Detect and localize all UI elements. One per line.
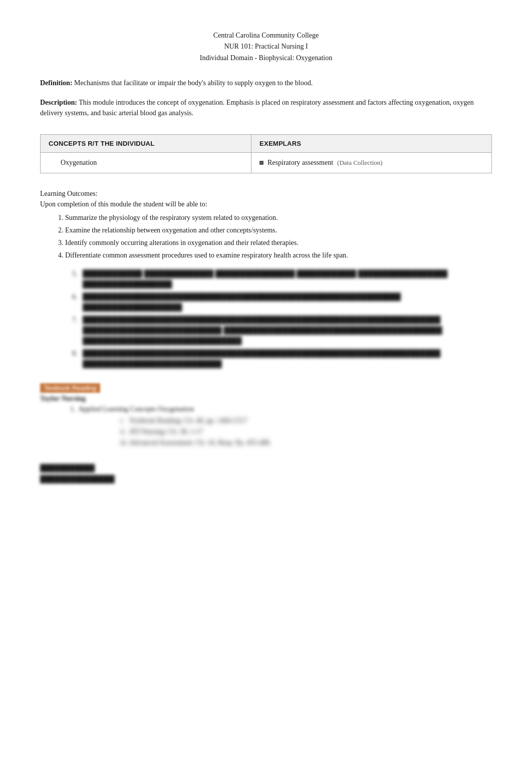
textbook-reading-label: Taylor Nursing [40, 395, 86, 402]
textbook-content: 1. Applied Learning Concepts Oxygenation… [40, 404, 492, 449]
exemplar-sub: (Data Collection) [337, 159, 383, 167]
header-line3: Individual Domain - Biophysical: Oxygena… [40, 53, 492, 64]
exemplar-cell: Respiratory assessment (Data Collection) [251, 153, 492, 173]
concepts-table: CONCEPTS R/T THE INDIVIDUAL EXEMPLARS Ox… [40, 134, 492, 173]
description-section: Description: This module introduces the … [40, 97, 492, 118]
learning-heading: Learning Outcomes: [40, 188, 492, 199]
blurred-item-5: 5. ████████████ ██████████████ █████████… [40, 269, 492, 290]
definition-label: Definition: [40, 79, 73, 87]
description-label: Description: [40, 99, 77, 106]
page-header: Central Carolina Community College NUR 1… [40, 30, 492, 64]
textbook-label: Textbook Reading [40, 383, 100, 393]
blurred-item-8: 8. █████████████████████████████████████… [40, 348, 492, 369]
textbook-sub1b: ii. ATI Nursing: Ch. 38, 1-17 [70, 426, 492, 437]
concept-oxygenation: Oxygenation [41, 153, 251, 173]
bottom-blurred-section: ███████████ ███████████████ [40, 463, 492, 485]
col1-header: CONCEPTS R/T THE INDIVIDUAL [41, 135, 251, 153]
exemplar-main: Respiratory assessment [268, 159, 333, 167]
list-item: Differentiate common assessment procedur… [65, 250, 492, 260]
bottom-line2: ███████████████ [40, 474, 492, 485]
bottom-line1: ███████████ [40, 463, 492, 474]
definition-content: Mechanisms that facilitate or impair the… [73, 79, 313, 87]
col2-header: EXEMPLARS [251, 135, 492, 153]
definition-section: Definition: Mechanisms that facilitate o… [40, 78, 492, 88]
textbook-sub1a: i. Textbook Reading: Ch. 40, pp. 1464-15… [70, 415, 492, 426]
bullet-icon [259, 161, 263, 165]
header-line1: Central Carolina Community College [40, 30, 492, 41]
textbook-section: Textbook Reading Taylor Nursing 1. Appli… [40, 383, 492, 449]
textbook-item1: 1. Applied Learning Concepts Oxygenation [70, 404, 492, 415]
learning-upon: Upon completion of this module the stude… [40, 199, 492, 209]
textbook-sub1c: iii. Advanced Assessment: Ch. 16, Resp. … [70, 437, 492, 448]
description-content: This module introduces the concept of ox… [40, 99, 474, 117]
definition-text: Definition: Mechanisms that facilitate o… [40, 78, 492, 88]
learning-outcomes-section: Learning Outcomes: Upon completion of th… [40, 188, 492, 260]
description-text: Description: This module introduces the … [40, 97, 492, 118]
blurred-item-7: 7. █████████████████████████████████████… [40, 315, 492, 346]
list-item: Examine the relationship between oxygena… [65, 225, 492, 235]
blurred-item-6: 6. █████████████████████████████████████… [40, 292, 492, 313]
learning-list: Summarize the physiology of the respirat… [40, 212, 492, 260]
list-item: Identify commonly occurring alterations … [65, 237, 492, 248]
header-line2: NUR 101: Practical Nursing I [40, 41, 492, 52]
list-item: Summarize the physiology of the respirat… [65, 212, 492, 223]
table-row: Oxygenation Respiratory assessment (Data… [41, 153, 492, 173]
table-header-row: CONCEPTS R/T THE INDIVIDUAL EXEMPLARS [41, 135, 492, 153]
